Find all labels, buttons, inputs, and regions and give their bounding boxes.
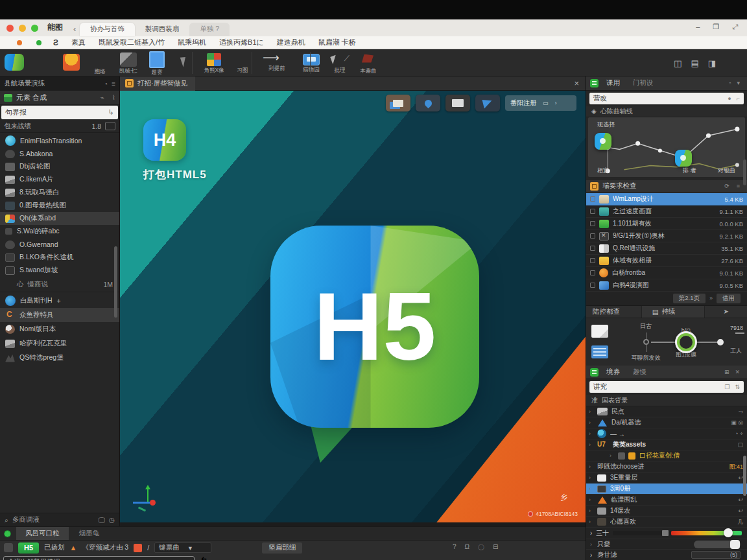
gradient-stop-handle[interactable] (662, 530, 669, 536)
format-dropdown[interactable]: 键票曲 ▾ (154, 542, 211, 553)
help-icon[interactable]: ? (453, 543, 456, 552)
toolbar-button[interactable]: 习图 (228, 50, 257, 76)
zoom-window-button[interactable] (31, 25, 38, 32)
layer-row[interactable]: › 即既选choose进 图:41 (586, 461, 747, 472)
toolbar-button[interactable] (171, 50, 200, 76)
toolbar-button[interactable]: 超赛 (143, 50, 171, 76)
layers-scrollbar[interactable] (743, 456, 746, 496)
save-state-icon[interactable]: ⊟ (493, 543, 498, 552)
layer-row[interactable]: › 3周0册 (586, 484, 747, 495)
cursor-icon[interactable]: ➤ (705, 308, 747, 315)
document-tab-3[interactable]: 单独 ? (189, 23, 230, 36)
color-swatch[interactable] (134, 544, 142, 552)
checkbox[interactable] (590, 258, 595, 263)
restore-icon[interactable]: ❐ (713, 23, 719, 31)
document-tab-2[interactable]: 製调西装扇 (135, 23, 190, 36)
resource-row[interactable]: 体域有效相册 27.6 KB (586, 255, 747, 267)
resource-row[interactable]: 之过速度画面 9.1.1 KB (586, 205, 747, 218)
expand-icon[interactable]: › (589, 508, 593, 514)
minimize-icon[interactable]: – (696, 23, 700, 31)
status-dot-icon[interactable] (36, 40, 42, 45)
dock-tab-2[interactable]: 烟墨龟 (70, 527, 109, 541)
layer-row[interactable]: › 民点 ⤳ (586, 406, 747, 417)
minimize-window-button[interactable] (19, 25, 26, 32)
menu-item-1[interactable]: 素真 (71, 38, 86, 47)
next-page-icon[interactable]: » (709, 295, 713, 301)
redo-icon[interactable]: Ƨ (53, 38, 58, 47)
motion-search-input[interactable]: 营改 ● ⌐ (589, 93, 744, 104)
layer-row[interactable]: › 美英assets ▢ (586, 439, 747, 450)
list-item[interactable]: 0.图母最热线图 (0, 199, 119, 212)
list-item[interactable]: QS特选preg堡 (0, 351, 119, 365)
toolbar-button[interactable] (57, 50, 86, 76)
search-input[interactable]: 句界报 ↳ (1, 106, 118, 119)
checkbox[interactable] (590, 209, 595, 214)
list-item[interactable]: S.Wal的碎abc (0, 225, 119, 238)
record-dot-icon[interactable] (17, 40, 22, 45)
layer-row[interactable]: › 14课农 ↩ (586, 506, 747, 517)
layer-row-actions[interactable]: ◔ ÷ (735, 430, 743, 437)
menu-item-3[interactable]: 鼠乘坞机 (178, 38, 206, 47)
monitor-icon[interactable]: 🖵 (99, 516, 105, 524)
list-item[interactable]: 8.玩取马强白 (0, 186, 119, 199)
layers-tab-1[interactable]: 境券 (601, 368, 625, 377)
list-icon[interactable]: ≡ (737, 183, 740, 189)
resource-row[interactable]: 1.1011期有效 0.0.0 KB (586, 218, 747, 230)
close-window-button[interactable] (6, 25, 14, 32)
toggle-switch[interactable] (694, 541, 741, 548)
back-icon[interactable]: ‹ (73, 24, 76, 34)
list-item[interactable]: S.Abakona (0, 147, 119, 160)
toolbar-button[interactable]: 到提前 (257, 50, 297, 76)
list-item[interactable]: 众鱼荐特具 (0, 308, 119, 322)
graph-scrollbar[interactable] (743, 159, 746, 185)
document-tab-1[interactable]: 协办与首饰 (80, 23, 135, 36)
h5-export-badge[interactable]: H5 (18, 542, 39, 554)
layer-row[interactable]: › 临漂围乱 ↩ (586, 495, 747, 506)
vslider-track[interactable] (646, 332, 646, 352)
layer-row-actions[interactable]: ⤳ (739, 408, 743, 415)
screen-view-button[interactable] (445, 95, 470, 111)
value-field[interactable]: (5) (691, 551, 741, 559)
layer-row[interactable]: › 口径花童创:借 (586, 450, 747, 461)
list-item[interactable]: 哈萨利亿瓦克里 (0, 336, 119, 351)
resource-row[interactable]: 9/G/1开发(①)奥林 9.2.1 KB (586, 230, 747, 242)
pin-view-button[interactable] (416, 95, 440, 111)
checkbox[interactable] (590, 246, 595, 251)
refresh-icon[interactable]: ⟳ (724, 183, 729, 189)
layer-row-actions[interactable]: 几 (737, 518, 743, 526)
list-item[interactable]: 白島期刊H + (0, 294, 119, 308)
layer-row-actions[interactable]: 图:41 (729, 463, 743, 471)
h4-logo[interactable]: H4 (143, 119, 186, 161)
camera-icon[interactable] (105, 122, 115, 130)
dock-tab-1[interactable]: 风呂可口粒 (16, 527, 69, 541)
page-indicator[interactable]: 第2.1页 (673, 294, 706, 303)
hslider-end-dot[interactable] (717, 339, 724, 345)
resource-row[interactable]: 白鸦4漫演图 9.0.5 KB (586, 279, 747, 292)
list-item[interactable]: Dbj齿轮图 (0, 160, 119, 173)
sidebar-search-row[interactable]: ⌕ 多商调液 🖵 ◷ (0, 513, 119, 526)
toolbar-button[interactable] (29, 50, 57, 76)
checkbox[interactable] (590, 283, 595, 288)
h5-node-icon[interactable] (595, 133, 611, 150)
expand-icon[interactable]: › (590, 552, 592, 559)
copy-icon[interactable]: ❐ (724, 384, 729, 390)
layer-row-actions[interactable]: ↩ (738, 496, 743, 503)
hslider-knob[interactable] (675, 331, 697, 353)
h5-logo-bubble[interactable]: H5 (270, 226, 479, 428)
expand-icon[interactable]: › (589, 463, 593, 470)
refresh-icon[interactable]: ◔ (104, 80, 108, 88)
expand-icon[interactable]: › (610, 452, 614, 459)
h5-node-icon[interactable] (675, 150, 692, 167)
motion-curve-graph[interactable]: 现选择 相宜 排 者 对银曲 (588, 117, 745, 177)
toolbar-button[interactable]: 本趣曲 (354, 50, 383, 76)
checkbox[interactable] (590, 196, 595, 202)
layer-row-actions[interactable]: ▢ (737, 441, 743, 448)
expand-icon[interactable]: › (590, 541, 592, 548)
layer-row[interactable]: › — → ◔ ÷ (586, 428, 747, 439)
expand-icon[interactable]: › (589, 519, 593, 525)
canvas-tab[interactable]: 打招·屏些智做见 (120, 76, 195, 91)
command-input[interactable]: 今班次解释用媒烟 (3, 556, 195, 560)
toolbar-button[interactable]: 角熊X像 (200, 50, 228, 76)
options-icon[interactable]: ▾ (737, 80, 740, 86)
layer-row[interactable]: › 心愿喜欢 几 (586, 517, 747, 528)
